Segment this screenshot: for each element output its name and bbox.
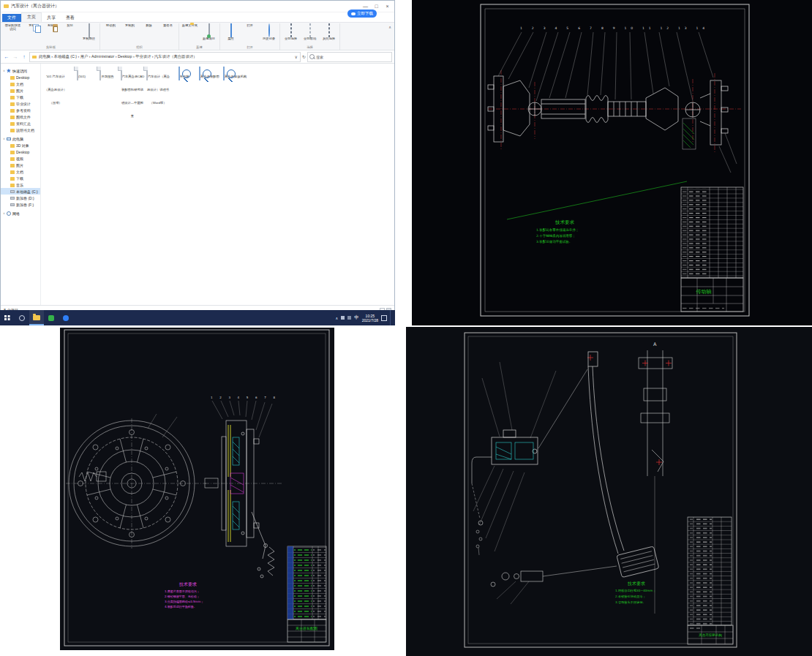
ribbon-button-label: 剪切 xyxy=(61,24,79,28)
ribbon-button[interactable]: 历史记录 xyxy=(260,24,278,41)
ribbon-button[interactable]: 重命名 xyxy=(159,24,177,28)
ribbon-button[interactable]: 删除 xyxy=(140,24,158,28)
tray-expand-icon[interactable]: ∧ xyxy=(336,316,339,320)
ribbon-button-label: 移动到 xyxy=(102,24,120,28)
ribbon: 固定到快速访问 复制 粘贴 xyxy=(1,23,394,50)
start-button[interactable] xyxy=(0,310,15,325)
ribbon-button[interactable]: 属性 xyxy=(222,24,240,41)
network-icon[interactable] xyxy=(341,316,345,320)
nav-item-label: 3D 对象 xyxy=(16,143,29,148)
file-item[interactable]: 离合器装配图 xyxy=(197,67,222,80)
nav-tree-item[interactable]: 此电脑 xyxy=(1,135,40,142)
taskbar-clock[interactable]: 10:25 2021/7/28 xyxy=(362,314,378,323)
file-item[interactable]: 汽车设计（离合器设计）说明书（Word版） xyxy=(146,67,170,107)
nav-item-icon xyxy=(10,116,15,119)
nav-tree-item[interactable]: 图纸文件 xyxy=(1,113,40,120)
up-button[interactable]: ↑ xyxy=(20,54,28,59)
nav-tree-item[interactable]: 本地磁盘 (C:) xyxy=(1,188,40,195)
ribbon-button[interactable]: 固定到快速访问 xyxy=(4,24,22,31)
ribbon-button[interactable]: 打开 xyxy=(241,24,259,28)
nav-tree-item[interactable]: 说明书文档 xyxy=(1,127,40,133)
nav-tree-item[interactable]: 毕业设计 xyxy=(1,100,40,107)
download-badge[interactable]: 立即下载 xyxy=(347,10,377,18)
show-desktop-strip[interactable] xyxy=(390,310,393,325)
nav-tree-item[interactable]: Desktop xyxy=(1,74,40,80)
file-name: 汽车离合器CAD装配图和研究说明设计—中期检查 xyxy=(121,75,144,118)
ribbon-button[interactable]: 全部取消 xyxy=(301,24,319,41)
nav-tree-item[interactable]: 快速访问 xyxy=(1,67,40,74)
tab-share[interactable]: 共享 xyxy=(42,14,61,22)
file-item[interactable]: 汽车离合器CAD装配图和研究说明设计—中期检查 xyxy=(120,67,145,120)
ribbon-button[interactable]: 复制到 xyxy=(121,24,139,28)
nav-tree-item[interactable]: 下载 xyxy=(1,175,40,181)
nav-tree-item[interactable]: 资料汇总 xyxy=(1,120,40,127)
nav-tree-item[interactable]: 3D 对象 xyxy=(1,142,40,148)
breadcrumb[interactable]: 此电脑 › 本地磁盘 (C:) › 用户 › Administrator › D… xyxy=(29,52,301,62)
ribbon-button[interactable]: 反向选择 xyxy=(320,24,338,41)
ribbon-button[interactable]: 粘贴 xyxy=(42,24,60,28)
nav-item-label: 新加卷 (F:) xyxy=(16,203,34,207)
svg-text:2.十字轴轴承内涂润滑脂；: 2.十字轴轴承内涂润滑脂； xyxy=(536,233,576,238)
nav-item-icon xyxy=(10,157,15,161)
dropdown-icon[interactable]: ∨ xyxy=(295,54,298,59)
action-center-icon[interactable] xyxy=(381,315,387,321)
ribbon-button[interactable]: 新建文件夹 xyxy=(181,24,199,28)
file-item[interactable]: 501 汽车设计（离合器设计）（压缩） xyxy=(43,67,68,107)
cortana-icon xyxy=(19,315,25,321)
nav-tree-item[interactable]: 图片 xyxy=(1,162,40,168)
taskbar-app-green[interactable] xyxy=(44,310,59,325)
search-button[interactable] xyxy=(15,310,29,325)
nav-tree-item[interactable]: 图片 xyxy=(1,87,40,94)
tab-file[interactable]: 文件 xyxy=(2,14,21,22)
nav-tree-item[interactable]: 文档 xyxy=(1,168,40,175)
ribbon-button[interactable]: 全部选择 xyxy=(282,24,300,41)
ribbon-button[interactable]: 复制 xyxy=(23,24,41,28)
forward-button[interactable]: → xyxy=(12,54,19,59)
nav-tree-item[interactable]: 音乐 xyxy=(1,181,40,188)
green-app-icon xyxy=(48,315,54,321)
view-label: A xyxy=(653,342,657,347)
nav-item-icon xyxy=(10,122,15,126)
download-badge-label: 立即下载 xyxy=(357,11,373,16)
file-item[interactable]: (501) xyxy=(69,67,94,80)
sheet-background xyxy=(406,327,812,656)
nav-tree-item[interactable]: 网络 xyxy=(1,210,40,216)
ribbon-group-label: 组织 xyxy=(102,45,177,50)
taskbar-app-blue[interactable] xyxy=(59,310,73,325)
tab-view[interactable]: 查看 xyxy=(61,14,80,22)
search-input[interactable] xyxy=(315,54,390,60)
ribbon-button[interactable]: 新建项目 xyxy=(200,24,218,41)
volume-icon[interactable] xyxy=(347,316,351,320)
ribbon-button-icon xyxy=(328,23,330,37)
ime-indicator[interactable]: 中 xyxy=(354,314,359,321)
close-button[interactable]: × xyxy=(382,1,393,12)
ribbon-button-icon xyxy=(268,23,270,37)
tab-home[interactable]: 主页 xyxy=(21,12,42,22)
file-name: 501 汽车设计（离合器设计）（压缩） xyxy=(45,75,67,105)
nav-tree-item[interactable]: Desktop xyxy=(1,148,40,155)
nav-tree-item[interactable]: 新加卷 (D:) xyxy=(1,195,40,201)
nav-tree-item[interactable]: 文档 xyxy=(1,80,40,87)
refresh-icon[interactable]: ↻ xyxy=(302,54,306,59)
callout-numbers: 1 2 3 4 5 6 7 8 xyxy=(211,396,275,399)
ribbon-button[interactable]: 复制路径 xyxy=(80,24,98,41)
nav-tree-item[interactable]: 下载 xyxy=(1,94,40,100)
file-item[interactable]: 开题报告 xyxy=(94,67,119,80)
ribbon-group-label: 新建 xyxy=(181,45,218,50)
ribbon-button-label: 反向选择 xyxy=(320,37,338,41)
file-item[interactable]: 传动轴 xyxy=(171,67,196,80)
nav-tree-item[interactable]: 视频 xyxy=(1,155,40,162)
back-button[interactable]: ← xyxy=(3,54,10,59)
file-item[interactable]: 离合器操纵机构 xyxy=(222,67,247,80)
address-bar: ← → ↑ 此电脑 › 本地磁盘 (C:) › 用户 › Administrat… xyxy=(1,50,394,64)
nav-tree-item[interactable]: 参考资料 xyxy=(1,107,40,113)
ribbon-group-label: 选择 xyxy=(282,45,338,50)
taskbar-explorer[interactable] xyxy=(29,310,44,325)
ribbon-group-open: 属性 打开 历史记录 打开 xyxy=(220,23,280,50)
nav-tree-item[interactable]: 新加卷 (F:) xyxy=(1,201,40,208)
nav-item-icon xyxy=(10,96,15,99)
collapse-ribbon-icon[interactable]: ∧ xyxy=(387,23,393,31)
nav-item-icon xyxy=(10,144,15,148)
ribbon-button[interactable]: 剪切 xyxy=(61,24,79,28)
ribbon-button[interactable]: 移动到 xyxy=(102,24,120,28)
